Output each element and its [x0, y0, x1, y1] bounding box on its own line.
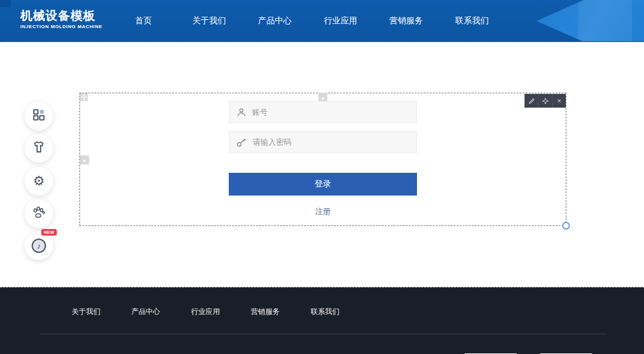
nav-item-about[interactable]: 关于我们	[176, 16, 242, 26]
account-input[interactable]	[252, 108, 395, 117]
side-tool-settings[interactable]: ⚙	[24, 167, 53, 196]
paw-icon	[31, 205, 47, 222]
selection-toolbar: ×	[525, 94, 566, 108]
site-header: 机械设备模板 INJECTION MOLDING MACHINE 首页 关于我们…	[0, 0, 644, 42]
logo-subtitle: INJECTION MOLDING MACHINE	[20, 24, 102, 29]
new-badge: NEW	[41, 229, 57, 236]
account-field[interactable]	[229, 101, 417, 123]
password-field[interactable]	[229, 131, 417, 153]
side-tool-theme[interactable]	[24, 134, 53, 163]
side-tool-paw[interactable]	[24, 199, 53, 228]
rotate-handle-icon[interactable]	[562, 222, 570, 230]
site-logo[interactable]: 机械设备模板 INJECTION MOLDING MACHINE	[20, 8, 102, 29]
nav-item-contact[interactable]: 联系我们	[439, 16, 505, 26]
apps-grid-icon	[32, 108, 45, 124]
move-handle-icon[interactable]	[80, 93, 88, 101]
top-handle-icon[interactable]: ▴	[318, 93, 327, 102]
footer-link-contact[interactable]: 联系我们	[311, 307, 370, 317]
edit-pencil-icon[interactable]	[525, 94, 538, 108]
footer-link-products[interactable]: 产品中心	[131, 307, 191, 317]
header-chevron-decoration	[536, 0, 644, 42]
nav-item-marketing[interactable]: 营销服务	[373, 16, 439, 26]
site-footer: 关于我们 产品中心 行业应用 营销服务 联系我们	[0, 287, 644, 354]
register-link[interactable]: 注册	[229, 206, 417, 217]
gear-icon: ⚙	[33, 175, 45, 188]
nav-item-applications[interactable]: 行业应用	[308, 16, 373, 26]
left-handle-icon[interactable]: ▸	[80, 155, 89, 164]
side-tool-components[interactable]	[24, 102, 53, 130]
music-note-icon: ♪	[32, 239, 46, 253]
footer-divider	[40, 334, 606, 334]
footer-link-marketing[interactable]: 营销服务	[251, 307, 311, 317]
login-button[interactable]: 登录	[229, 173, 417, 196]
logo-title: 机械设备模板	[20, 8, 102, 23]
tshirt-icon	[32, 140, 46, 157]
password-input[interactable]	[253, 138, 396, 147]
nav-item-products[interactable]: 产品中心	[242, 16, 308, 26]
key-icon	[237, 138, 247, 147]
footer-link-about[interactable]: 关于我们	[72, 307, 131, 317]
side-tool-music[interactable]: ♪ NEW	[24, 231, 53, 260]
footer-nav: 关于我们 产品中心 行业应用 营销服务 联系我们	[72, 307, 370, 317]
close-icon[interactable]: ×	[552, 94, 566, 108]
user-icon	[237, 108, 246, 117]
main-nav: 首页 关于我们 产品中心 行业应用 营销服务 联系我们	[111, 0, 505, 42]
magic-brush-icon[interactable]	[538, 94, 552, 108]
footer-link-applications[interactable]: 行业应用	[191, 307, 251, 317]
corner-patch	[0, 0, 11, 7]
nav-item-home[interactable]: 首页	[111, 16, 176, 26]
